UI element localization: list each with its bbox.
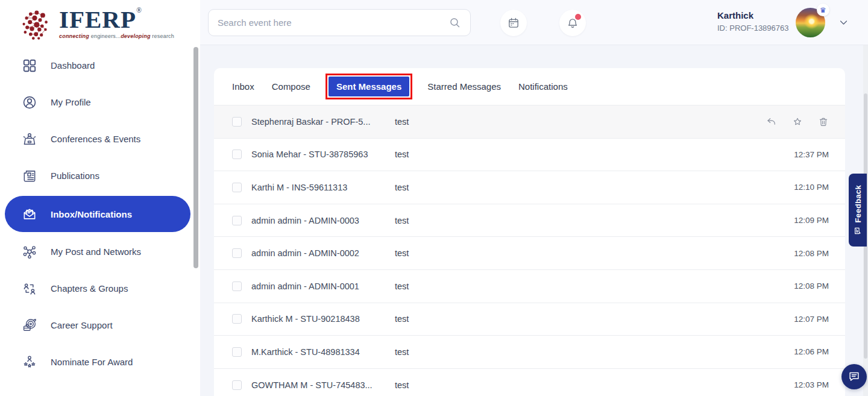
message-subject: test [395, 216, 794, 225]
message-row[interactable]: admin admin - ADMIN-0001 test 12:08 PM [214, 269, 845, 303]
message-subject: test [395, 347, 794, 357]
message-sender: admin admin - ADMIN-0001 [251, 281, 395, 291]
tab-bar: Inbox Compose Sent Messages Starred Mess… [214, 68, 845, 105]
tab-inbox[interactable]: Inbox [232, 81, 254, 92]
chat-fab-button[interactable] [841, 364, 867, 389]
tab-notifications[interactable]: Notifications [518, 81, 568, 92]
message-subject: test [395, 117, 766, 127]
message-row[interactable]: Karthi M - INS-59611313 test 12:10 PM [214, 171, 845, 204]
chat-bubble-icon [848, 370, 861, 383]
top-header: Karthick ID: PROF-13896763 ♛ [200, 0, 868, 45]
message-subject: test [395, 281, 794, 291]
dashboard-icon [22, 58, 37, 74]
row-checkbox[interactable] [232, 117, 242, 127]
sidebar-item-label: Career Support [51, 320, 113, 330]
message-row[interactable]: Stephenraj Baskar - PROF-5... test [214, 105, 845, 138]
sidebar-item-my-profile[interactable]: My Profile [0, 84, 200, 121]
inbox-icon [22, 206, 37, 222]
sidebar-item-my-post-and-networks[interactable]: My Post and Networks [0, 233, 200, 270]
brand-name: IFERP [59, 5, 136, 33]
network-icon [22, 244, 37, 260]
message-row[interactable]: M.Karthick - STU-48981334 test 12:06 PM [214, 335, 845, 368]
sidebar-item-label: Publications [51, 171, 99, 181]
row-checkbox[interactable] [232, 149, 242, 159]
row-checkbox[interactable] [232, 216, 242, 225]
reply-icon[interactable] [766, 116, 777, 127]
user-id: ID: PROF-13896763 [717, 24, 789, 33]
message-sender: Sonia Mehar - STU-38785963 [251, 149, 395, 159]
tab-sent-messages[interactable]: Sent Messages [329, 77, 409, 96]
row-checkbox[interactable] [232, 347, 242, 357]
message-time: 12:03 PM [794, 380, 829, 389]
search-icon[interactable] [448, 16, 461, 29]
message-sender: Stephenraj Baskar - PROF-5... [251, 117, 395, 127]
sidebar-scrollbar[interactable] [193, 47, 198, 268]
user-info[interactable]: Karthick ID: PROF-13896763 [717, 10, 789, 33]
sidebar-nav: Dashboard My Profile Conferences & Event… [0, 47, 200, 380]
sidebar-item-label: Chapters & Groups [51, 283, 128, 294]
sidebar-item-label: Conferences & Events [51, 134, 140, 144]
message-sender: admin admin - ADMIN-0002 [251, 248, 395, 258]
brand-tagline: connecting engineers...developing resear… [59, 33, 174, 39]
sidebar-item-conferences-events[interactable]: Conferences & Events [0, 121, 200, 157]
iferp-globe-icon [20, 7, 54, 41]
app-root: IFERP® connecting engineers...developing… [0, 0, 868, 396]
message-sender: Karthi M - INS-59611313 [251, 183, 395, 192]
row-checkbox[interactable] [232, 248, 242, 258]
search-bar[interactable] [208, 9, 471, 36]
message-time: 12:06 PM [794, 347, 829, 356]
sidebar-item-publications[interactable]: Publications [0, 157, 200, 194]
message-time: 12:08 PM [794, 281, 829, 291]
message-subject: test [395, 183, 794, 192]
message-row[interactable]: GOWTHAM M - STU-745483... test 12:03 PM [214, 368, 845, 396]
sidebar-item-label: My Profile [51, 97, 91, 107]
search-input[interactable] [218, 17, 448, 28]
inbox-panel: Inbox Compose Sent Messages Starred Mess… [214, 68, 845, 396]
feedback-label: Feedback [854, 185, 863, 222]
sidebar-item-nominate-for-award[interactable]: Nominate For Award [0, 344, 200, 380]
publications-icon [22, 168, 37, 184]
sidebar-item-label: Dashboard [51, 60, 95, 71]
message-row[interactable]: admin admin - ADMIN-0003 test 12:09 PM [214, 204, 845, 237]
notification-dot [575, 14, 581, 20]
conference-icon [22, 131, 37, 147]
row-checkbox[interactable] [232, 380, 242, 390]
row-actions [766, 116, 829, 127]
sidebar-item-label: My Post and Networks [51, 247, 141, 257]
calendar-button[interactable] [500, 10, 527, 36]
sidebar-item-dashboard[interactable]: Dashboard [0, 47, 200, 84]
sidebar: IFERP® connecting engineers...developing… [0, 0, 200, 396]
profile-icon [22, 95, 37, 110]
notifications-button[interactable] [559, 10, 586, 36]
tab-compose[interactable]: Compose [272, 81, 310, 92]
message-time: 12:09 PM [794, 216, 829, 225]
message-subject: test [395, 380, 794, 390]
tab-starred-messages[interactable]: Starred Messages [427, 81, 501, 92]
sidebar-item-career-support[interactable]: Career Support [0, 307, 200, 344]
calendar-icon [507, 16, 520, 30]
message-row[interactable]: Sonia Mehar - STU-38785963 test 12:37 PM [214, 138, 845, 171]
row-checkbox[interactable] [232, 281, 242, 291]
message-subject: test [395, 149, 794, 159]
annotation-highlight-box: Sent Messages [326, 74, 412, 99]
registered-mark: ® [136, 6, 142, 14]
award-icon [22, 354, 37, 370]
row-checkbox[interactable] [232, 314, 242, 324]
user-name: Karthick [717, 10, 789, 20]
message-row[interactable]: admin admin - ADMIN-0002 test 12:08 PM [214, 236, 845, 269]
message-row[interactable]: Karthick M - STU-90218438 test 12:07 PM [214, 303, 845, 336]
feedback-tab[interactable]: Feedback [849, 174, 867, 247]
chevron-down-icon[interactable] [838, 17, 849, 28]
sidebar-item-chapters-groups[interactable]: Chapters & Groups [0, 270, 200, 307]
message-sender: M.Karthick - STU-48981334 [251, 347, 395, 357]
brand-logo[interactable]: IFERP® connecting engineers...developing… [0, 0, 200, 41]
message-time: 12:08 PM [794, 249, 829, 258]
message-time: 12:37 PM [794, 150, 829, 159]
trash-icon[interactable] [818, 116, 829, 127]
sidebar-item-inbox-notifications[interactable]: Inbox/Notifications [5, 196, 190, 232]
groups-icon [22, 281, 37, 297]
message-sender: GOWTHAM M - STU-745483... [251, 380, 395, 390]
message-subject: test [395, 314, 794, 324]
row-checkbox[interactable] [232, 183, 242, 192]
star-icon[interactable] [792, 116, 803, 127]
